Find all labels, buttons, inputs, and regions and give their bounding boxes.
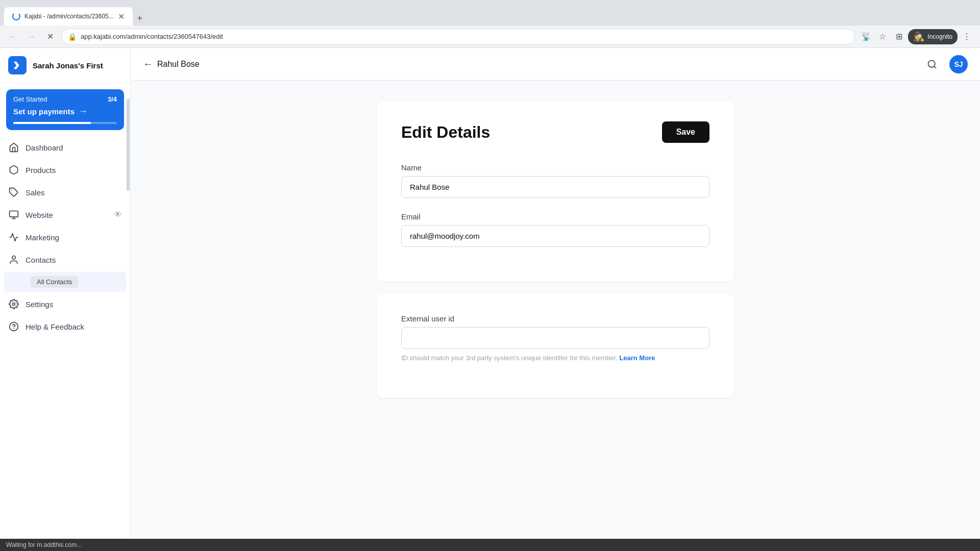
- get-started-progress-bar: [13, 122, 117, 124]
- website-icon: [8, 209, 19, 220]
- svg-rect-1: [10, 211, 18, 217]
- back-navigation[interactable]: ← Rahul Bose: [143, 58, 200, 70]
- external-id-card: External user id ID should match your 3r…: [377, 294, 734, 398]
- lock-icon: 🔒: [68, 33, 77, 41]
- svg-point-5: [13, 303, 15, 306]
- contacts-label: Contacts: [26, 256, 122, 264]
- sidebar-scrollbar[interactable]: [126, 48, 130, 539]
- get-started-progress-fill: [13, 122, 91, 124]
- sidebar-item-marketing[interactable]: Marketing: [0, 226, 130, 248]
- address-text: app.kajabi.com/admin/contacts/2360547643…: [81, 33, 848, 40]
- extensions-button[interactable]: ⊞: [892, 30, 906, 44]
- search-button[interactable]: [923, 55, 941, 73]
- menu-button[interactable]: ⋮: [960, 30, 974, 44]
- get-started-label: Get Started: [13, 95, 47, 103]
- all-contacts-label: All Contacts: [31, 276, 78, 288]
- get-started-banner[interactable]: Get Started 3/4 Set up payments →: [6, 89, 124, 130]
- sidebar-item-website[interactable]: Website 👁: [0, 204, 130, 226]
- toolbar-actions: 📡 ☆ ⊞ 🕵 Incognito ⋮: [859, 29, 974, 44]
- external-id-hint-text: ID should match your 3rd party system's …: [401, 354, 618, 362]
- name-input[interactable]: [401, 176, 709, 198]
- svg-point-4: [12, 256, 16, 260]
- address-bar[interactable]: 🔒 app.kajabi.com/admin/contacts/23605476…: [61, 29, 855, 45]
- marketing-icon: [8, 232, 19, 243]
- screen-cast-button[interactable]: 📡: [859, 30, 873, 44]
- svg-line-9: [934, 66, 936, 68]
- sidebar-scrollbar-thumb: [127, 99, 130, 191]
- sidebar: Sarah Jonas's First Get Started 3/4 Set …: [0, 48, 131, 539]
- tab-close-button[interactable]: ✕: [118, 12, 125, 21]
- new-tab-button[interactable]: +: [133, 11, 147, 26]
- name-form-group: Name: [401, 163, 709, 198]
- help-label: Help & Feedback: [26, 322, 122, 331]
- get-started-count: 3/4: [108, 95, 117, 103]
- app-name: Sarah Jonas's First: [33, 61, 103, 70]
- browser-chrome: Kajabi - /admin/contacts/23605... ✕ +: [0, 0, 980, 26]
- app-logo: [8, 56, 27, 74]
- external-id-label: External user id: [401, 314, 709, 323]
- sales-icon: [8, 187, 19, 198]
- tab-spinner: [12, 12, 20, 20]
- settings-label: Settings: [26, 300, 122, 309]
- marketing-label: Marketing: [26, 233, 122, 242]
- get-started-title: Set up payments →: [13, 106, 117, 117]
- search-icon: [927, 59, 937, 69]
- back-arrow-icon: ←: [143, 58, 153, 70]
- page-content: Edit Details Save Name Email Exte: [131, 81, 980, 539]
- kajabi-logo-icon: [12, 60, 23, 71]
- contacts-icon: [8, 254, 19, 265]
- main-navigation: Dashboard Products: [0, 136, 130, 338]
- help-icon: [8, 321, 19, 332]
- page-title: Edit Details: [401, 123, 490, 142]
- sidebar-header: Sarah Jonas's First: [0, 48, 130, 83]
- active-tab[interactable]: Kajabi - /admin/contacts/23605... ✕: [4, 7, 133, 26]
- products-icon: [8, 164, 19, 176]
- save-button[interactable]: Save: [662, 121, 709, 143]
- products-label: Products: [26, 166, 122, 174]
- status-bar: Waiting for m.addthis.com...: [0, 539, 980, 551]
- back-button[interactable]: ←: [6, 30, 20, 44]
- external-id-hint: ID should match your 3rd party system's …: [401, 353, 709, 363]
- main-content: ← Rahul Bose SJ Edit Details Save: [131, 48, 980, 539]
- external-id-form-group: External user id ID should match your 3r…: [401, 314, 709, 363]
- get-started-title-text: Set up payments: [13, 107, 75, 116]
- top-bar: ← Rahul Bose SJ: [131, 48, 980, 81]
- sidebar-subitem-all-contacts[interactable]: All Contacts: [4, 272, 126, 292]
- external-id-input[interactable]: [401, 327, 709, 349]
- browser-toolbar: ← → ✕ 🔒 app.kajabi.com/admin/contacts/23…: [0, 26, 980, 48]
- sidebar-item-help[interactable]: Help & Feedback: [0, 315, 130, 338]
- tab-title: Kajabi - /admin/contacts/23605...: [24, 13, 114, 20]
- avatar[interactable]: SJ: [949, 55, 968, 73]
- home-icon: [8, 142, 19, 153]
- sidebar-item-products[interactable]: Products: [0, 159, 130, 181]
- app-container: Sarah Jonas's First Get Started 3/4 Set …: [0, 48, 980, 539]
- incognito-icon: 🕵: [913, 31, 924, 42]
- name-label: Name: [401, 163, 709, 172]
- back-label: Rahul Bose: [157, 60, 200, 69]
- forward-button[interactable]: →: [24, 30, 39, 44]
- status-text: Waiting for m.addthis.com...: [6, 541, 82, 548]
- sidebar-item-sales[interactable]: Sales: [0, 181, 130, 204]
- get-started-top: Get Started 3/4: [13, 95, 117, 103]
- edit-details-card: Edit Details Save Name Email: [377, 101, 734, 282]
- website-label: Website: [26, 211, 108, 219]
- settings-icon: [8, 298, 19, 310]
- sidebar-item-contacts[interactable]: Contacts: [0, 248, 130, 271]
- reload-button[interactable]: ✕: [43, 30, 57, 44]
- eye-icon: 👁: [114, 210, 122, 219]
- avatar-initials: SJ: [954, 60, 963, 68]
- email-input[interactable]: [401, 225, 709, 247]
- sidebar-item-settings[interactable]: Settings: [0, 293, 130, 315]
- learn-more-link[interactable]: Learn More: [619, 354, 655, 362]
- get-started-arrow-icon: →: [79, 106, 88, 117]
- sidebar-item-dashboard[interactable]: Dashboard: [0, 136, 130, 159]
- browser-tabs: Kajabi - /admin/contacts/23605... ✕ +: [4, 0, 147, 26]
- sidebar-scroll: Sarah Jonas's First Get Started 3/4 Set …: [0, 48, 130, 539]
- dashboard-label: Dashboard: [26, 143, 122, 152]
- incognito-label: Incognito: [927, 33, 952, 40]
- sales-label: Sales: [26, 188, 122, 197]
- email-form-group: Email: [401, 212, 709, 247]
- email-label: Email: [401, 212, 709, 221]
- bookmark-button[interactable]: ☆: [875, 30, 890, 44]
- incognito-button[interactable]: 🕵 Incognito: [908, 29, 958, 44]
